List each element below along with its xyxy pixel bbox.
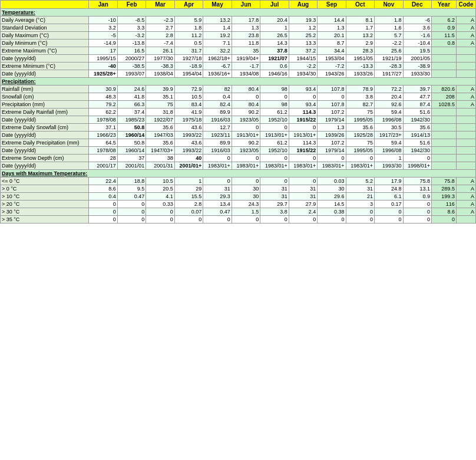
cell-value: 0 — [89, 201, 117, 208]
cell-value: 34.4 — [318, 47, 346, 55]
row-label-header — [1, 1, 89, 9]
cell-value: 1923/11 — [203, 132, 232, 139]
cell-value: 29.3 — [203, 193, 232, 201]
cell-value: 3.8 — [346, 93, 374, 101]
cell-value: 107.2 — [318, 139, 346, 147]
table-row: > 20 °C000.332.813.424.329.727.914.530.1… — [1, 201, 476, 208]
cell-value: 1944/15 — [289, 55, 317, 63]
cell-value — [456, 55, 475, 63]
row-label: Extreme Snow Depth (cm) — [1, 155, 89, 162]
cell-value: 75.8 — [432, 178, 457, 185]
cell-value: 50.8 — [117, 124, 146, 132]
cell-value: 0 — [289, 216, 317, 224]
cell-value: 1913/01+ — [289, 132, 317, 139]
cell-value: 11.2 — [174, 32, 203, 40]
cell-value: 0 — [403, 216, 431, 224]
cell-value: 0 — [346, 216, 374, 224]
cell-value — [456, 116, 475, 124]
cell-value: 62.2 — [89, 109, 117, 116]
cell-value: 1 — [174, 178, 203, 185]
cell-value: 90.2 — [232, 109, 260, 116]
cell-value: 1995/05 — [346, 147, 374, 155]
cell-value: A — [456, 86, 475, 93]
cell-value: A — [456, 193, 475, 201]
cell-value: 1925/28 — [346, 132, 374, 139]
cell-value: 1943/26 — [318, 70, 346, 78]
row-label: Daily Average (°C) — [1, 17, 89, 24]
cell-value: -6 — [403, 17, 431, 24]
cell-value — [456, 124, 475, 132]
cell-value: -13.8 — [117, 40, 146, 47]
cell-value: 1 — [260, 24, 289, 32]
cell-value: 61.2 — [260, 139, 289, 147]
cell-value: 19.5 — [403, 47, 431, 55]
cell-value: 5.2 — [346, 178, 374, 185]
cell-value: 0.4 — [89, 193, 117, 201]
row-label: > 35 °C — [1, 216, 89, 224]
month-header: Nov — [375, 1, 403, 9]
cell-value: 1995/15 — [89, 55, 117, 63]
table-row: Daily Average (°C)-10-8.5-2.35.913.217.8… — [1, 17, 476, 24]
cell-value: 1942/30 — [403, 116, 431, 124]
month-header: Sep — [318, 1, 346, 9]
cell-value: 0 — [232, 93, 260, 101]
cell-value: 1983/01+ — [232, 162, 260, 170]
cell-value: -7.2 — [318, 63, 346, 70]
cell-value: 1960/14 — [117, 132, 146, 139]
row-label: > 20 °C — [1, 201, 89, 208]
cell-value: 1913/01+ — [260, 132, 289, 139]
table-row: Precipitation (mm)79.266.37583.482.480.4… — [1, 101, 476, 109]
cell-value: 1927/18 — [174, 55, 203, 63]
cell-value: 82 — [203, 86, 232, 93]
cell-value — [432, 63, 457, 70]
cell-value: 1939/26 — [318, 132, 346, 139]
cell-value: 2001/31 — [146, 162, 174, 170]
cell-value: -28.3 — [375, 63, 403, 70]
cell-value: 92.6 — [375, 101, 403, 109]
cell-value: 0 — [232, 178, 260, 185]
cell-value: 24.8 — [375, 185, 403, 193]
cell-value: 2001/05 — [403, 55, 431, 63]
cell-value: 1.3 — [232, 24, 260, 32]
cell-value: 2.8 — [174, 201, 203, 208]
cell-value: 8.7 — [318, 40, 346, 47]
cell-value: 1.3 — [318, 124, 346, 132]
cell-value: A — [456, 208, 475, 216]
cell-value: 10.5 — [146, 178, 174, 185]
cell-value: 83.4 — [174, 101, 203, 109]
cell-value: 1962/18+ — [203, 55, 232, 63]
cell-value: 16.5 — [117, 47, 146, 55]
climate-table: JanFebMarAprMayJunJulAugSepOctNovDecYear… — [0, 0, 476, 224]
cell-value: 87.4 — [403, 101, 431, 109]
cell-value: 0.33 — [146, 201, 174, 208]
cell-value: 0 — [146, 216, 174, 224]
cell-value: 1917/23+ — [375, 132, 403, 139]
cell-value: 29.6 — [318, 193, 346, 201]
cell-value: 8.6 — [89, 185, 117, 193]
cell-value: 89.9 — [203, 139, 232, 147]
cell-value: 31 — [260, 193, 289, 201]
cell-value: 64.5 — [89, 139, 117, 147]
cell-value: 13.2 — [346, 32, 374, 40]
cell-value — [432, 109, 457, 116]
cell-value: 1.4 — [203, 24, 232, 32]
cell-value: 3.6 — [403, 24, 431, 32]
row-label: <= 0 °C — [1, 178, 89, 185]
cell-value: 31.8 — [146, 109, 174, 116]
cell-value: 1916/03 — [203, 147, 232, 155]
row-label: Extreme Daily Snowfall (cm) — [1, 124, 89, 132]
month-header: Feb — [117, 1, 146, 9]
cell-value: 93.4 — [289, 86, 317, 93]
cell-value: 11.5 — [432, 32, 457, 40]
cell-value: 30 — [232, 185, 260, 193]
cell-value: 0 — [232, 216, 260, 224]
cell-value: 1.8 — [174, 24, 203, 32]
cell-value: 1915/22 — [289, 116, 317, 124]
cell-value: 59.4 — [375, 139, 403, 147]
cell-value: 90.2 — [232, 139, 260, 147]
cell-value: 0.17 — [375, 201, 403, 208]
cell-value: 1916/03 — [203, 116, 232, 124]
cell-value: 37.4 — [117, 109, 146, 116]
row-label: > 10 °C — [1, 193, 89, 201]
row-label: Snowfall (cm) — [1, 93, 89, 101]
